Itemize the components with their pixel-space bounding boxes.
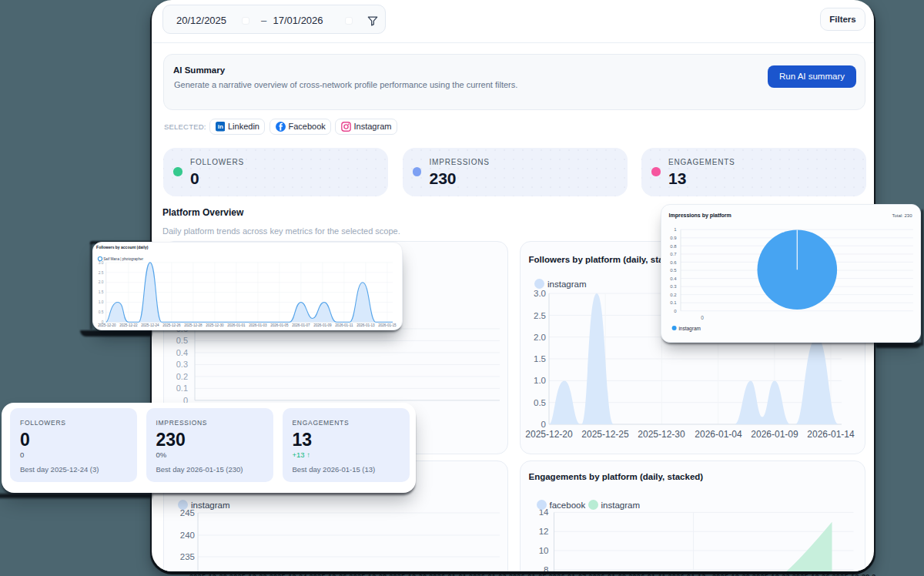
svg-text:1.0: 1.0 bbox=[534, 376, 546, 385]
svg-text:2026-01-09: 2026-01-09 bbox=[313, 323, 332, 327]
svg-text:10: 10 bbox=[539, 546, 549, 555]
svg-text:Saif Mana | photographer: Saif Mana | photographer bbox=[103, 257, 143, 261]
svg-text:2025-12-20: 2025-12-20 bbox=[98, 323, 116, 327]
svg-text:2.0: 2.0 bbox=[534, 333, 546, 342]
svg-text:0.4: 0.4 bbox=[670, 276, 677, 281]
svg-text:2.0: 2.0 bbox=[99, 280, 104, 284]
svg-text:12: 12 bbox=[539, 527, 549, 536]
svg-text:0: 0 bbox=[541, 420, 546, 429]
svg-text:1.5: 1.5 bbox=[534, 354, 546, 363]
svg-text:0.3: 0.3 bbox=[176, 360, 188, 369]
svg-text:2025-12-30: 2025-12-30 bbox=[638, 429, 685, 440]
svg-text:0: 0 bbox=[674, 309, 677, 313]
svg-text:240: 240 bbox=[180, 531, 195, 540]
svg-text:in: in bbox=[217, 123, 223, 130]
svg-text:3.0: 3.0 bbox=[534, 289, 546, 298]
svg-text:2026-01-13: 2026-01-13 bbox=[357, 323, 375, 327]
svg-text:2026-01-14: 2026-01-14 bbox=[807, 429, 855, 440]
svg-text:2026-01-11: 2026-01-11 bbox=[335, 323, 353, 327]
svg-text:2026-01-04: 2026-01-04 bbox=[695, 429, 742, 440]
svg-text:0.1: 0.1 bbox=[176, 383, 188, 393]
svg-text:2025-12-28: 2025-12-28 bbox=[184, 323, 203, 327]
svg-text:3.0: 3.0 bbox=[99, 261, 104, 265]
svg-text:2026-01-03: 2026-01-03 bbox=[249, 323, 267, 327]
svg-text:2.5: 2.5 bbox=[534, 311, 546, 320]
svg-text:0.2: 0.2 bbox=[670, 293, 677, 297]
svg-text:0.2: 0.2 bbox=[176, 372, 188, 381]
svg-text:0.5: 0.5 bbox=[670, 268, 677, 273]
svg-text:2.5: 2.5 bbox=[99, 271, 104, 275]
svg-text:2026-01-09: 2026-01-09 bbox=[751, 429, 798, 440]
svg-text:2026-01-07: 2026-01-07 bbox=[292, 323, 310, 327]
svg-text:0.8: 0.8 bbox=[670, 244, 677, 249]
svg-text:2025-12-24: 2025-12-24 bbox=[141, 323, 159, 327]
svg-text:2026-01-01: 2026-01-01 bbox=[227, 323, 246, 327]
svg-text:2025-12-25: 2025-12-25 bbox=[581, 429, 629, 440]
svg-text:0.9: 0.9 bbox=[670, 236, 677, 240]
svg-text:235: 235 bbox=[180, 552, 195, 561]
svg-text:0.7: 0.7 bbox=[670, 252, 677, 256]
svg-text:0.5: 0.5 bbox=[534, 398, 546, 407]
svg-text:8: 8 bbox=[544, 565, 548, 571]
svg-text:2025-12-26: 2025-12-26 bbox=[162, 323, 181, 327]
svg-text:2026-01-15: 2026-01-15 bbox=[378, 323, 397, 327]
svg-text:Followers by account (daily): Followers by account (daily) bbox=[96, 245, 149, 249]
svg-text:2025-12-20: 2025-12-20 bbox=[525, 429, 573, 440]
svg-text:0.6: 0.6 bbox=[670, 260, 677, 265]
svg-text:0: 0 bbox=[701, 315, 704, 320]
svg-text:1: 1 bbox=[674, 227, 677, 232]
svg-text:2025-12-22: 2025-12-22 bbox=[119, 323, 138, 327]
svg-text:0.3: 0.3 bbox=[670, 284, 677, 289]
svg-text:0.5: 0.5 bbox=[99, 310, 104, 314]
svg-text:1.0: 1.0 bbox=[99, 300, 104, 304]
svg-text:2025-12-30: 2025-12-30 bbox=[206, 323, 224, 327]
svg-text:instagram: instagram bbox=[678, 326, 701, 332]
svg-text:0.5: 0.5 bbox=[176, 336, 188, 345]
svg-text:0.1: 0.1 bbox=[670, 300, 677, 305]
svg-text:0.4: 0.4 bbox=[176, 348, 188, 357]
svg-text:1.5: 1.5 bbox=[99, 290, 104, 294]
svg-text:2026-01-05: 2026-01-05 bbox=[270, 323, 289, 327]
